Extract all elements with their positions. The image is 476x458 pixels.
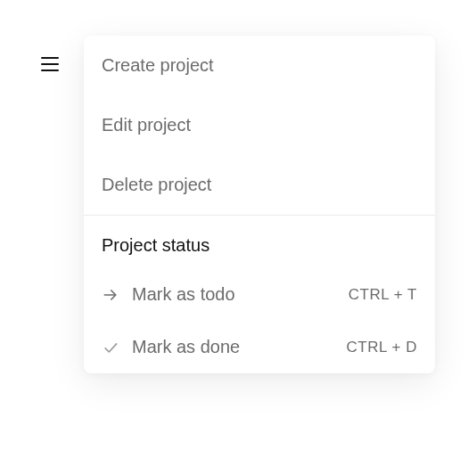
menu-item-edit-project[interactable]: Edit project: [84, 95, 435, 155]
menu-item-label: Mark as done: [132, 337, 240, 357]
check-icon: [102, 339, 119, 356]
menu-item-mark-as-todo[interactable]: Mark as todo CTRL + T: [84, 268, 435, 321]
keyboard-shortcut: CTRL + D: [347, 339, 417, 356]
dropdown-menu: Create project Edit project Delete proje…: [84, 36, 435, 373]
menu-item-label: Delete project: [102, 175, 211, 195]
menu-item-delete-project[interactable]: Delete project: [84, 155, 435, 215]
hamburger-menu-icon[interactable]: [41, 57, 59, 71]
keyboard-shortcut: CTRL + T: [349, 286, 417, 304]
menu-item-label: Mark as todo: [132, 284, 235, 305]
menu-item-create-project[interactable]: Create project: [84, 36, 435, 95]
arrow-right-icon: [102, 286, 119, 304]
section-header-project-status: Project status: [84, 216, 435, 268]
menu-item-label: Create project: [102, 55, 214, 76]
menu-item-mark-as-done[interactable]: Mark as done CTRL + D: [84, 321, 435, 373]
menu-item-label: Edit project: [102, 115, 191, 135]
